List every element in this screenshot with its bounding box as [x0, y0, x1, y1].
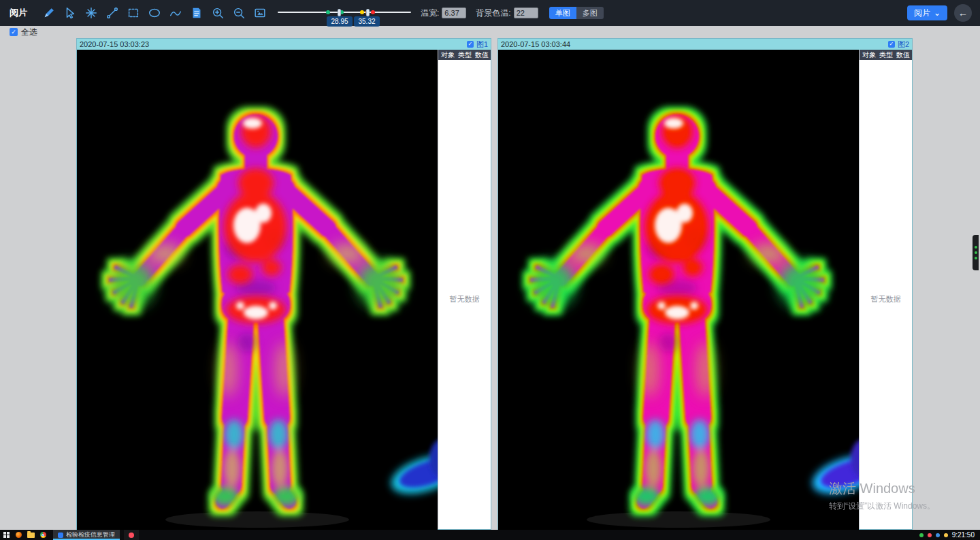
view-mode-switch: 单图 多图: [549, 7, 604, 19]
arrow-left-icon: ←: [958, 7, 968, 18]
slider-handle-high[interactable]: [366, 9, 370, 16]
col-value: 数值: [896, 50, 910, 60]
app-window-icon-2: [129, 533, 134, 538]
panel-1-timestamp: 2020-07-15 03:03:23: [80, 40, 149, 48]
windows-taskbar: 检验检疫信息管理 9:21:50: [0, 530, 980, 540]
windows-logo-icon: [3, 532, 10, 538]
slider-dot-red: [371, 10, 375, 14]
tray-icon-green[interactable]: [919, 533, 924, 537]
zoom-out-icon[interactable]: [231, 5, 247, 21]
capture-icon[interactable]: [252, 5, 268, 21]
panel-2-header: 2020-07-15 03:03:44 图2: [498, 39, 912, 50]
span-group: 温宽:: [421, 7, 466, 19]
single-view-button[interactable]: 单图: [549, 7, 576, 19]
panel-1-data-sidebar: 对象 类型 数值 暂无数据: [438, 50, 491, 529]
rect-select-icon[interactable]: [125, 5, 142, 21]
bg-temp-label: 背景色温:: [476, 7, 510, 19]
tray-icon-yellow[interactable]: [944, 533, 948, 537]
taskbar-app-button[interactable]: 检验检疫信息管理: [53, 530, 120, 540]
browser-icon[interactable]: [12, 530, 24, 540]
chevron-down-icon: ⌄: [934, 8, 941, 18]
tray-icon-red[interactable]: [928, 533, 932, 537]
panel-2-table-header: 对象 类型 数值: [860, 50, 912, 60]
app-window-icon: [58, 533, 63, 538]
temperature-range-slider[interactable]: 28.95 35.32: [278, 0, 411, 26]
image-panel-1: 2020-07-15 03:03:23 图1 对象 类型 数值 暂无数据: [76, 38, 491, 530]
system-tray: 9:21:50: [919, 531, 980, 539]
tool-group: [41, 5, 268, 21]
panel-1-empty-text: 暂无数据: [438, 294, 491, 304]
col-object: 对象: [862, 50, 876, 60]
slider-dot-yellow: [360, 10, 364, 14]
select-all-label: 全选: [21, 27, 37, 38]
line-measure-icon[interactable]: [104, 5, 120, 21]
review-dropdown-button[interactable]: 阅片 ⌄: [907, 5, 947, 20]
multi-view-button[interactable]: 多图: [576, 7, 604, 19]
span-label: 温宽:: [421, 7, 439, 19]
range-low-badge: 28.95: [327, 16, 353, 27]
panels-container: 2020-07-15 03:03:23 图1 对象 类型 数值 暂无数据: [76, 38, 913, 530]
panel-2-timestamp: 2020-07-15 03:03:44: [501, 40, 570, 48]
col-object: 对象: [441, 50, 455, 60]
col-value: 数值: [475, 50, 489, 60]
select-all-checkbox[interactable]: [10, 28, 18, 36]
col-type: 类型: [879, 50, 893, 60]
span-input[interactable]: [442, 7, 466, 18]
slider-track[interactable]: [278, 12, 411, 13]
taskbar-app-label: 检验检疫信息管理: [66, 530, 115, 539]
start-button[interactable]: [0, 530, 12, 540]
taskbar-app-button-2[interactable]: [124, 530, 139, 540]
explorer-icon[interactable]: [24, 530, 37, 540]
thermal-image-1[interactable]: [77, 50, 438, 530]
app-title: 阅片: [10, 7, 27, 19]
back-button[interactable]: ←: [954, 4, 972, 22]
panel-2-label: 图2: [898, 39, 909, 50]
panel-2-checkbox[interactable]: [888, 41, 895, 48]
cursor-icon[interactable]: [62, 5, 78, 21]
chrome-icon[interactable]: [37, 530, 49, 540]
image-panel-2: 2020-07-15 03:03:44 图2 对象 类型 数值 暂无数据: [497, 38, 913, 530]
panel-1-checkbox[interactable]: [467, 41, 474, 48]
bg-temp-input[interactable]: [514, 7, 538, 18]
panel-2-empty-text: 暂无数据: [860, 294, 912, 304]
thermal-image-2[interactable]: [498, 50, 859, 530]
review-dropdown-label: 阅片: [914, 7, 930, 19]
col-type: 类型: [458, 50, 472, 60]
panel-1-label: 图1: [476, 39, 488, 50]
app-window: 阅片 28.95 35.32 温宽:: [0, 0, 980, 540]
note-icon[interactable]: [189, 5, 205, 21]
range-high-badge: 35.32: [354, 16, 380, 27]
bg-temp-group: 背景色温:: [476, 7, 538, 19]
panel-2-data-sidebar: 对象 类型 数值 暂无数据: [859, 50, 912, 529]
crosshair-icon[interactable]: [83, 5, 99, 21]
side-panel-handle[interactable]: [973, 235, 979, 270]
taskbar-clock: 9:21:50: [952, 531, 975, 539]
curve-icon[interactable]: [167, 5, 184, 21]
marker-icon[interactable]: [41, 5, 57, 21]
ellipse-icon[interactable]: [146, 5, 163, 21]
slider-dot-green: [326, 10, 330, 14]
slider-handle-low[interactable]: [338, 9, 341, 16]
zoom-in-icon[interactable]: [210, 5, 226, 21]
toolbar: 阅片 28.95 35.32 温宽:: [0, 0, 980, 26]
select-all-row: 全选: [0, 26, 980, 38]
panel-1-table-header: 对象 类型 数值: [438, 50, 491, 60]
tray-icon-blue[interactable]: [936, 533, 940, 537]
panel-1-header: 2020-07-15 03:03:23 图1: [77, 39, 491, 50]
